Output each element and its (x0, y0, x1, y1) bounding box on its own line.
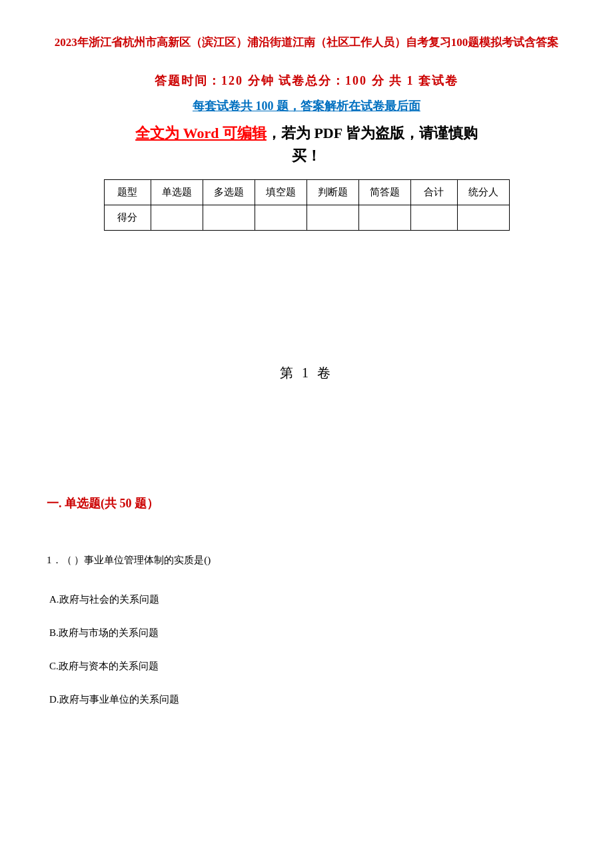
table-score-label: 得分 (104, 205, 151, 230)
spacer-8 (47, 643, 566, 656)
spacer-3 (47, 402, 566, 435)
subtitle-line: 每套试卷共 100 题，答案解析在试卷最后面 (47, 98, 566, 114)
table-score-row: 得分 (104, 205, 509, 230)
table-score-multi (203, 205, 255, 230)
table-score-short (358, 205, 410, 230)
spacer-5 (47, 525, 566, 538)
table-score-judge (306, 205, 358, 230)
spacer-2 (47, 291, 566, 324)
table-header-cell-single: 单选题 (151, 179, 203, 205)
exam-info-text: 答题时间：120 分钟 试卷总分：100 分 共 1 套试卷 (155, 74, 458, 87)
spacer-1 (47, 257, 566, 291)
table-header-cell-scorer: 统分人 (457, 179, 509, 205)
section-title: 一. 单选题(共 50 题） (47, 495, 566, 511)
buy-line: 买！ (47, 146, 566, 166)
question-1-option-a: A.政府与社会的关系问题 (49, 589, 566, 609)
word-editable-text: 全文为 Word 可编辑 (135, 125, 267, 141)
table-header-cell-type: 题型 (104, 179, 151, 205)
question-1-option-b: B.政府与市场的关系问题 (49, 623, 566, 643)
score-table-container: 题型 单选题 多选题 填空题 判断题 简答题 合计 统分人 得分 (47, 179, 566, 231)
table-score-total (410, 205, 457, 230)
word-line: 全文为 Word 可编辑，若为 PDF 皆为盗版，请谨慎购 (47, 123, 566, 143)
table-score-fill (255, 205, 306, 230)
table-header-cell-judge: 判断题 (306, 179, 358, 205)
section-title-text: 一. 单选题(共 50 题） (47, 497, 159, 510)
spacer-6 (47, 576, 566, 589)
table-header-cell-multi: 多选题 (203, 179, 255, 205)
volume-title: 第 1 卷 (280, 365, 333, 380)
exam-info: 答题时间：120 分钟 试卷总分：100 分 共 1 套试卷 (47, 73, 566, 89)
main-title: 2023年浙江省杭州市高新区（滨江区）浦沿街道江南（社区工作人员）自考复习100… (47, 33, 566, 53)
table-header-cell-short: 简答题 (358, 179, 410, 205)
table-header-cell-fill: 填空题 (255, 179, 306, 205)
table-score-scorer (457, 205, 509, 230)
subtitle-text: 每套试卷共 100 题，答案解析在试卷最后面 (193, 99, 420, 113)
question-1: 1．（ ）事业单位管理体制的实质是() A.政府与社会的关系问题 B.政府与市场… (47, 551, 566, 709)
score-table: 题型 单选题 多选题 填空题 判断题 简答题 合计 统分人 得分 (104, 179, 510, 231)
question-1-text: 1．（ ）事业单位管理体制的实质是() (47, 551, 566, 569)
volume-section: 第 1 卷 (47, 364, 566, 382)
table-header-row: 题型 单选题 多选题 填空题 判断题 简答题 合计 统分人 (104, 179, 509, 205)
spacer-7 (47, 609, 566, 623)
question-1-option-c: C.政府与资本的关系问题 (49, 656, 566, 676)
question-1-option-d: D.政府与事业单位的关系问题 (49, 689, 566, 709)
spacer-4 (47, 435, 566, 469)
table-score-single (151, 205, 203, 230)
word-normal-text: ，若为 PDF 皆为盗版，请谨慎购 (267, 125, 478, 141)
spacer-9 (47, 676, 566, 689)
table-header-cell-total: 合计 (410, 179, 457, 205)
